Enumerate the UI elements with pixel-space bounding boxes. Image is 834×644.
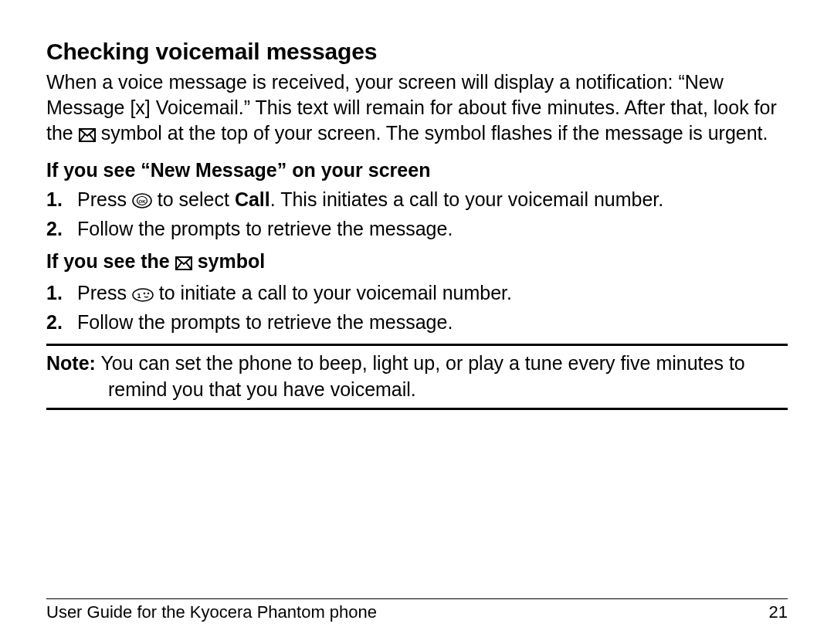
page-number: 21 <box>769 602 788 622</box>
svg-text:OK: OK <box>138 199 146 204</box>
step-text: Press <box>77 188 132 210</box>
list-item: Follow the prompts to retrieve the messa… <box>46 309 788 336</box>
subheading-new-message: If you see “New Message” on your screen <box>46 159 788 181</box>
subheading-symbol: If you see the symbol <box>46 250 788 275</box>
subhead-text-before: If you see the <box>46 250 175 272</box>
envelope-icon <box>79 123 96 148</box>
step-text: . This initiates a call to your voicemai… <box>270 188 664 210</box>
page-footer: User Guide for the Kyocera Phantom phone… <box>46 598 788 622</box>
steps-list-2: Press 1 to initiate a call to your voice… <box>46 280 788 336</box>
note-paragraph: Note: You can set the phone to beep, lig… <box>46 351 788 403</box>
svg-point-5 <box>133 289 153 301</box>
section-heading: Checking voicemail messages <box>46 39 788 65</box>
svg-text:1: 1 <box>137 292 141 300</box>
list-item: Follow the prompts to retrieve the messa… <box>46 215 788 242</box>
intro-paragraph: When a voice message is received, your s… <box>46 69 788 148</box>
step-text: Press <box>77 282 132 303</box>
ok-button-icon: OK <box>132 188 152 215</box>
manual-page: Checking voicemail messages When a voice… <box>0 0 834 644</box>
call-label: Call <box>235 188 270 210</box>
list-item: Press 1 to initiate a call to your voice… <box>46 280 788 309</box>
subhead-text-after: symbol <box>198 250 266 272</box>
svg-point-7 <box>144 293 146 295</box>
note-body: You can set the phone to beep, light up,… <box>96 352 745 400</box>
step-text: to select <box>158 188 235 210</box>
note-label: Note: <box>46 352 96 374</box>
svg-point-8 <box>147 293 150 295</box>
note-block: Note: You can set the phone to beep, lig… <box>46 344 788 410</box>
intro-text-after: symbol at the top of your screen. The sy… <box>101 122 768 144</box>
steps-list-1: Press OK to select Call. This initiates … <box>46 186 788 242</box>
list-item: Press OK to select Call. This initiates … <box>46 186 788 215</box>
footer-title: User Guide for the Kyocera Phantom phone <box>46 602 377 622</box>
step-text: to initiate a call to your voicemail num… <box>159 282 512 303</box>
footer-rule <box>46 598 788 599</box>
envelope-icon <box>175 253 192 275</box>
one-key-icon: 1 <box>132 282 154 309</box>
